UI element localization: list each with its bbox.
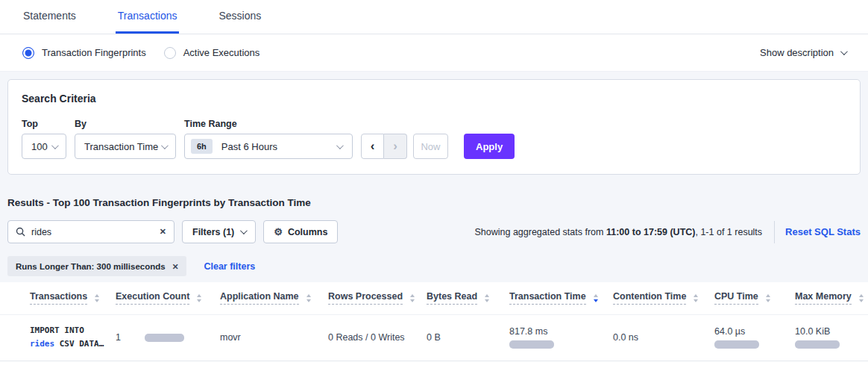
table-header-row: Transactions Execution Count Application… [0, 282, 868, 314]
next-time-window-button[interactable]: › [384, 134, 407, 159]
show-description-toggle[interactable]: Show description [760, 47, 846, 58]
radio-label: Transaction Fingerprints [42, 47, 146, 58]
column-header-transactions[interactable]: Transactions [0, 282, 116, 314]
tab-transactions[interactable]: Transactions [116, 0, 180, 34]
stats-suffix: , 1-1 of 1 results [695, 227, 762, 237]
time-range-label: Time Range [184, 119, 353, 129]
radio-selected-icon [22, 47, 34, 59]
cell-cpu-time: 64.0 µs [714, 314, 795, 361]
cell-contention-time: 0.0 ns [613, 314, 714, 361]
radio-unselected-icon [164, 47, 176, 59]
time-range-group: Time Range 6h Past 6 Hours [184, 119, 353, 159]
top-label: Top [22, 119, 66, 129]
filter-chip-runs-longer-than: Runs Longer Than: 300 milliseconds ✕ [7, 256, 186, 276]
criteria-row: Top 100 By Transaction Time Time Range 6… [22, 119, 846, 159]
time-range-value: Past 6 Hours [221, 141, 277, 152]
column-header-max-memory[interactable]: Max Memory [795, 282, 868, 314]
execution-count-bar [145, 334, 184, 342]
radio-active-executions[interactable]: Active Executions [164, 47, 260, 59]
sort-icon[interactable] [95, 294, 99, 302]
applied-filters-row: Runs Longer Than: 300 milliseconds ✕ Cle… [7, 256, 861, 276]
table-row: IMPORT INTO rides CSV DATA… 1 movr 0 Rea… [0, 314, 868, 361]
chevron-down-icon [240, 227, 248, 234]
statement-line-2-rest: CSV DATA… [54, 339, 104, 349]
column-header-rows-processed[interactable]: Rows Processed [328, 282, 427, 314]
remove-filter-icon[interactable]: ✕ [172, 262, 179, 271]
sort-icon[interactable] [306, 294, 311, 302]
filters-button-label: Filters (1) [192, 227, 234, 237]
show-description-label: Show description [760, 47, 834, 58]
radio-label: Active Executions [183, 47, 260, 58]
vertical-divider [774, 221, 775, 243]
chevron-down-icon [51, 142, 59, 149]
chevron-down-icon [161, 142, 169, 149]
transaction-statement[interactable]: IMPORT INTO rides CSV DATA… [30, 324, 111, 350]
search-input-value: rides [31, 227, 160, 237]
filter-chip-label: Runs Longer Than: 300 milliseconds [16, 262, 166, 271]
table-name-link[interactable]: rides [30, 339, 54, 349]
chevron-down-icon [840, 48, 848, 55]
search-icon [16, 227, 25, 237]
gear-icon: ⚙ [274, 226, 283, 237]
sort-icon[interactable] [859, 294, 864, 302]
cell-transaction-time: 817.8 ms [509, 314, 613, 361]
execution-count-value: 1 [116, 332, 121, 343]
search-input[interactable]: rides ✕ [7, 220, 174, 243]
sql-activity-tabbar: Statements Transactions Sessions [0, 0, 868, 34]
previous-time-window-button[interactable]: ‹ [361, 134, 384, 159]
by-select[interactable]: Transaction Time [75, 134, 176, 159]
column-header-application-name[interactable]: Application Name [220, 282, 328, 314]
time-range-select[interactable]: 6h Past 6 Hours [184, 134, 353, 159]
cell-max-memory: 10.0 KiB [795, 314, 868, 361]
now-button[interactable]: Now [413, 134, 448, 159]
by-select-value: Transaction Time [84, 141, 158, 152]
cpu-time-bar [714, 340, 759, 349]
transaction-time-bar [509, 340, 554, 349]
stats-prefix: Showing aggregated stats from [474, 227, 606, 237]
cell-rows-processed: 0 Reads / 0 Writes [328, 314, 427, 361]
cell-bytes-read: 0 B [427, 314, 509, 361]
column-header-contention-time[interactable]: Contention Time [613, 282, 714, 314]
sort-icon[interactable] [694, 294, 698, 302]
search-criteria-card: Search Criteria Top 100 By Transaction T… [7, 79, 861, 175]
sort-icon[interactable] [766, 294, 770, 302]
filters-button[interactable]: Filters (1) [182, 220, 256, 243]
cpu-time-value: 64.0 µs [714, 326, 790, 337]
results-section: Results - Top 100 Transaction Fingerprin… [0, 197, 868, 276]
apply-button[interactable]: Apply [464, 134, 515, 159]
transactions-table-container: Transactions Execution Count Application… [0, 282, 868, 374]
clear-search-icon[interactable]: ✕ [160, 227, 166, 237]
view-toggle-strip: Transaction Fingerprints Active Executio… [0, 34, 868, 72]
column-header-bytes-read[interactable]: Bytes Read [427, 282, 509, 314]
search-criteria-title: Search Criteria [22, 93, 846, 105]
by-group: By Transaction Time [75, 119, 176, 159]
sort-icon[interactable] [197, 294, 201, 302]
sort-desc-icon[interactable] [594, 294, 598, 302]
cell-transaction-fingerprint: IMPORT INTO rides CSV DATA… [0, 314, 116, 361]
column-header-cpu-time[interactable]: CPU Time [714, 282, 795, 314]
columns-button-label: Columns [288, 227, 327, 237]
tab-statements[interactable]: Statements [21, 0, 78, 34]
clear-filters-link[interactable]: Clear filters [204, 261, 255, 272]
cell-application-name: movr [220, 314, 328, 361]
stats-time-range: 11:00 to 17:59 (UTC) [606, 227, 695, 237]
column-header-transaction-time[interactable]: Transaction Time [509, 282, 613, 314]
top-group: Top 100 [22, 119, 66, 159]
max-memory-bar [795, 340, 840, 349]
sort-icon[interactable] [485, 294, 489, 302]
aggregated-stats-text: Showing aggregated stats from 11:00 to 1… [474, 227, 762, 237]
radio-transaction-fingerprints[interactable]: Transaction Fingerprints [22, 47, 146, 59]
statement-line-1: IMPORT INTO [30, 324, 111, 337]
top-select[interactable]: 100 [22, 134, 66, 159]
tab-sessions[interactable]: Sessions [216, 0, 263, 34]
time-window-nav: ‹ › [361, 134, 407, 159]
reset-sql-stats-link[interactable]: Reset SQL Stats [785, 226, 861, 237]
transactions-table: Transactions Execution Count Application… [0, 282, 868, 361]
column-header-execution-count[interactable]: Execution Count [116, 282, 220, 314]
max-memory-value: 10.0 KiB [795, 326, 864, 337]
cell-execution-count: 1 [116, 314, 220, 361]
columns-button[interactable]: ⚙ Columns [263, 220, 338, 243]
statement-line-2: rides CSV DATA… [30, 337, 111, 351]
sort-icon[interactable] [410, 294, 415, 302]
results-toolbar: rides ✕ Filters (1) ⚙ Columns Showing ag… [7, 220, 861, 243]
